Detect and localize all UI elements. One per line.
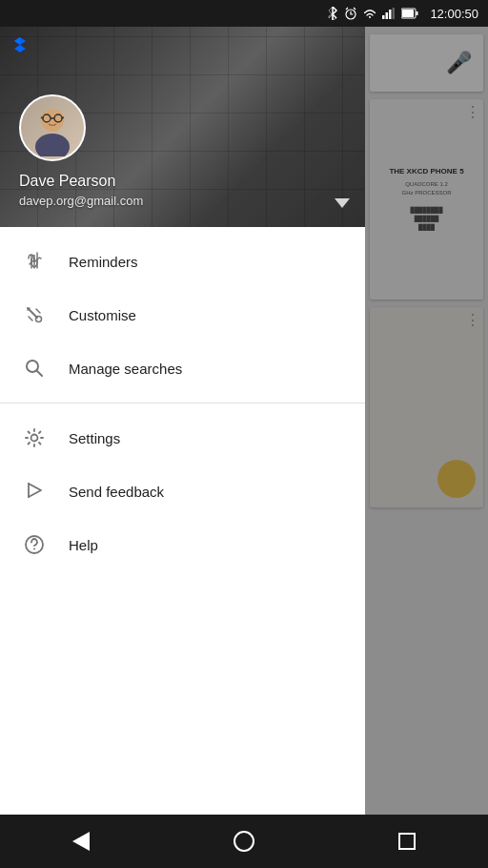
customise-label: Customise	[69, 307, 136, 323]
drawer-overlay[interactable]	[365, 27, 488, 868]
svg-rect-3	[389, 10, 392, 19]
settings-label: Settings	[69, 430, 120, 446]
svg-point-19	[33, 548, 35, 550]
avatar-image	[24, 99, 81, 156]
svg-rect-6	[402, 10, 414, 17]
svg-rect-4	[393, 8, 396, 19]
svg-point-9	[35, 134, 70, 156]
recents-button[interactable]	[378, 822, 436, 860]
help-icon	[23, 533, 46, 556]
status-bar: 12:00:50	[0, 0, 488, 27]
feedback-icon	[23, 480, 46, 503]
status-time: 12:00:50	[430, 7, 478, 21]
home-button[interactable]	[215, 822, 273, 860]
wifi-icon	[363, 8, 376, 19]
menu-item-settings[interactable]: Settings	[0, 411, 365, 465]
help-label: Help	[69, 537, 98, 553]
home-icon	[234, 831, 254, 852]
svg-point-17	[31, 435, 38, 442]
svg-rect-2	[386, 12, 389, 19]
battery-icon	[401, 8, 418, 19]
menu-item-help[interactable]: Help	[0, 518, 365, 571]
menu-item-customise[interactable]: Customise	[0, 288, 365, 341]
back-button[interactable]	[52, 822, 110, 860]
svg-rect-7	[417, 11, 418, 15]
reminders-icon	[23, 250, 46, 273]
menu-item-manage-searches[interactable]: Manage searches	[0, 341, 365, 395]
navigation-drawer: Dave Pearson davep.org@gmail.com Reminde…	[0, 27, 365, 868]
send-feedback-label: Send feedback	[69, 484, 164, 500]
svg-point-13	[36, 317, 42, 322]
bluetooth-icon	[327, 7, 338, 20]
user-info: Dave Pearson davep.org@gmail.com	[19, 94, 143, 208]
signal-icon	[382, 8, 396, 19]
svg-rect-1	[382, 15, 385, 19]
bottom-navigation	[0, 815, 488, 868]
manage-searches-label: Manage searches	[69, 361, 182, 377]
reminders-label: Reminders	[69, 254, 138, 270]
avatar	[19, 94, 86, 161]
menu-item-reminders[interactable]: Reminders	[0, 235, 365, 288]
account-dropdown-arrow[interactable]	[335, 198, 350, 208]
dropbox-logo	[10, 34, 30, 60]
user-name: Dave Pearson	[19, 173, 143, 190]
svg-point-8	[41, 109, 64, 132]
status-icons: 12:00:50	[327, 7, 478, 21]
settings-icon	[23, 426, 46, 449]
recents-icon	[398, 833, 416, 850]
alarm-icon	[344, 7, 357, 20]
search-icon	[23, 357, 46, 380]
svg-line-16	[37, 371, 43, 377]
customise-icon	[23, 303, 46, 326]
menu-divider	[0, 403, 365, 403]
menu-list: Reminders Customise	[0, 227, 365, 868]
drawer-header: Dave Pearson davep.org@gmail.com	[0, 27, 365, 227]
menu-item-send-feedback[interactable]: Send feedback	[0, 465, 365, 518]
back-icon	[72, 832, 90, 851]
user-email: davep.org@gmail.com	[19, 194, 143, 208]
